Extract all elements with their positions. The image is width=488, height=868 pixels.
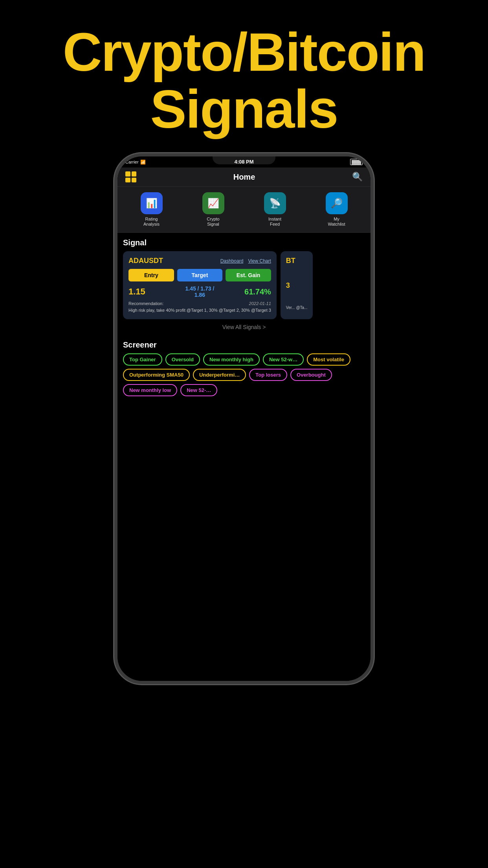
entry-button[interactable]: Entry — [128, 269, 174, 281]
tag-underperforming[interactable]: Underperformi… — [193, 369, 246, 381]
signal-section: Signal ADAUSDT Dashboard View Chart Entr… — [117, 233, 371, 319]
action-instant-feed[interactable]: 📡 InstantFeed — [257, 192, 293, 227]
status-bar: Carrier 📶 4:08 PM ▓▓▓ — [117, 156, 371, 167]
signal-card-header: ADAUSDT Dashboard View Chart — [128, 257, 271, 265]
view-chart-link[interactable]: View Chart — [248, 258, 271, 264]
tag-new-monthly-high[interactable]: New monthly high — [203, 353, 260, 366]
rec-label: Recommendation: — [128, 301, 163, 306]
signal-description: High risk play, take 40% profit @Target … — [128, 307, 271, 313]
view-all-signals[interactable]: View All Signals > — [117, 319, 371, 335]
logo-cell — [132, 171, 137, 177]
logo-cell — [125, 171, 130, 177]
screener-tags: Top Gainer Oversold New monthly high New… — [123, 353, 365, 399]
tag-oversold[interactable]: Oversold — [165, 353, 200, 366]
signal-ticker: ADAUSDT — [128, 257, 163, 265]
phone-screen: Home 🔍 📊 RatingAnalysis 📈 CryptoSignal 📡… — [117, 167, 371, 681]
signal-cards-scroll: ADAUSDT Dashboard View Chart Entry Targe… — [123, 251, 365, 319]
action-rating-analysis[interactable]: 📊 RatingAnalysis — [134, 192, 169, 227]
tag-new-monthly-low[interactable]: New monthly low — [123, 384, 177, 396]
battery-icon: ▓▓▓ — [350, 159, 363, 165]
tag-most-volatile[interactable]: Most volatile — [307, 353, 350, 366]
action-label: InstantFeed — [268, 217, 281, 227]
logo-cell — [125, 178, 130, 183]
tag-top-gainer[interactable]: Top Gainer — [123, 353, 162, 366]
carrier-label: Carrier 📶 — [125, 160, 146, 165]
partial-entry-value: 3 — [286, 281, 308, 290]
gain-value: 61.74% — [226, 287, 271, 296]
action-label: MyWatchlist — [328, 217, 345, 227]
nav-header: Home 🔍 — [117, 167, 371, 187]
entry-value: 1.15 — [128, 287, 174, 297]
partial-desc: Ver... @Ta... — [286, 305, 308, 310]
instant-feed-icon: 📡 — [264, 192, 286, 214]
tag-new-52-low[interactable]: New 52-… — [180, 384, 217, 396]
my-watchlist-icon: 🔎 — [326, 192, 348, 214]
signal-card-partial: BT 3 Ver... @Ta... — [281, 251, 313, 319]
action-label: CryptoSignal — [207, 217, 219, 227]
logo-cell — [132, 178, 137, 183]
target-button[interactable]: Target — [177, 269, 223, 281]
phone-frame: Carrier 📶 4:08 PM ▓▓▓ Home 🔍 📊 RatingAna… — [114, 153, 374, 684]
crypto-signal-icon: 📈 — [202, 192, 224, 214]
target-values: 1.45 / 1.73 /1.86 — [177, 285, 223, 298]
page-title: Home — [233, 173, 255, 182]
signal-buttons: Entry Target Est. Gain — [128, 269, 271, 281]
signal-values: 1.15 1.45 / 1.73 /1.86 61.74% — [128, 285, 271, 298]
dashboard-link[interactable]: Dashboard — [220, 258, 244, 264]
status-time: 4:08 PM — [234, 159, 253, 165]
rec-date: 2022-01-11 — [249, 301, 271, 306]
signal-links: Dashboard View Chart — [220, 258, 271, 264]
action-label: RatingAnalysis — [143, 217, 160, 227]
screener-section-title: Screener — [123, 340, 365, 349]
app-logo[interactable] — [125, 171, 136, 182]
action-crypto-signal[interactable]: 📈 CryptoSignal — [196, 192, 231, 227]
tag-outperforming-sma50[interactable]: Outperforming SMA50 — [123, 369, 190, 381]
signal-recommendation-header: Recommendation: 2022-01-11 — [128, 301, 271, 306]
signal-card: ADAUSDT Dashboard View Chart Entry Targe… — [123, 251, 277, 319]
partial-ticker: BT — [286, 257, 308, 265]
rating-analysis-icon: 📊 — [141, 192, 163, 214]
tag-new-52w[interactable]: New 52-w… — [263, 353, 304, 366]
screener-section: Screener Top Gainer Oversold New monthly… — [117, 335, 371, 399]
tag-overbought[interactable]: Overbought — [290, 369, 332, 381]
hero-title: Crypto/Bitcoin Signals — [0, 0, 488, 138]
tag-top-losers[interactable]: Top losers — [249, 369, 287, 381]
action-my-watchlist[interactable]: 🔎 MyWatchlist — [319, 192, 354, 227]
search-icon[interactable]: 🔍 — [352, 172, 363, 182]
signal-section-title: Signal — [123, 238, 365, 247]
quick-actions-bar: 📊 RatingAnalysis 📈 CryptoSignal 📡 Instan… — [117, 187, 371, 233]
est-gain-button[interactable]: Est. Gain — [226, 269, 271, 281]
wifi-icon: 📶 — [140, 160, 146, 165]
